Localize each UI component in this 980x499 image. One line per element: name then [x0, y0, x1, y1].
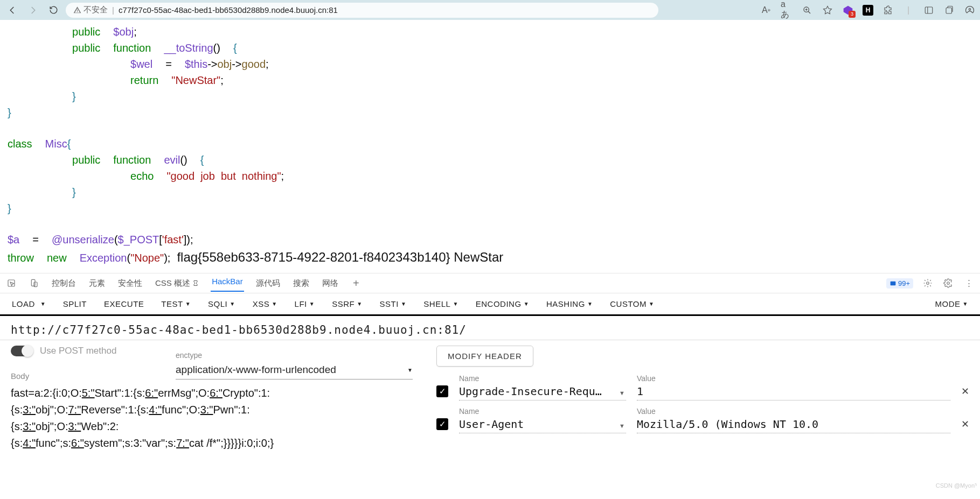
kw-return: return — [130, 74, 158, 86]
add-tab-icon[interactable]: + — [350, 277, 362, 290]
header-checkbox[interactable]: ✓ — [436, 385, 448, 397]
encoding-button[interactable]: ENCODING ▼ — [476, 299, 529, 308]
inspect-icon[interactable] — [5, 279, 17, 287]
use-post-toggle[interactable] — [11, 346, 32, 356]
brace-open: { — [233, 42, 237, 54]
header-name-field[interactable]: Name User-Agent ▼ — [459, 407, 626, 433]
forward-button[interactable] — [25, 2, 41, 18]
load-button[interactable]: LOAD — [12, 299, 35, 308]
hashing-button[interactable]: HASHING ▼ — [546, 299, 593, 308]
split-button[interactable]: SPLIT — [63, 299, 87, 308]
shell-button[interactable]: SHELL ▼ — [423, 299, 458, 308]
chevron-down-icon[interactable]: ▼ — [619, 390, 625, 396]
lfi-button[interactable]: LFI ▼ — [295, 299, 315, 308]
svg-rect-6 — [946, 8, 952, 13]
semicolon: ; — [220, 74, 224, 86]
shell-label: SHELL — [423, 299, 450, 308]
parens: () — [180, 154, 187, 166]
body-part: Pwn":1: — [213, 404, 249, 416]
semicolon: ; — [134, 26, 137, 38]
str-goodjob: "good job but nothing" — [166, 170, 281, 182]
extensions-icon[interactable] — [882, 4, 894, 16]
execute-button[interactable]: EXECUTE — [104, 299, 144, 308]
body-part: 3:" — [200, 404, 213, 416]
hackbar-url-input[interactable]: http://c77f27c0-55ac-48ac-bed1-bb6530d28… — [0, 316, 980, 340]
kw-function: function — [113, 42, 151, 54]
chevron-down-icon: ▼ — [649, 301, 654, 307]
translate-icon[interactable]: aあ — [781, 4, 793, 16]
close: ); — [164, 252, 170, 264]
reload-button[interactable] — [45, 2, 61, 18]
kw-public: public — [72, 26, 100, 38]
var-wel: $wel — [130, 58, 152, 70]
remove-header-icon[interactable]: ✕ — [961, 385, 969, 397]
chevron-down-icon: ▼ — [230, 301, 235, 307]
tab-console[interactable]: 控制台 — [51, 276, 77, 291]
performance-icon[interactable] — [964, 4, 976, 16]
tab-search[interactable]: 搜索 — [292, 276, 310, 291]
hackbar-toolbar: LOAD ▼ SPLIT EXECUTE TEST ▼ SQLI ▼ XSS ▼… — [0, 293, 980, 316]
header-checkbox[interactable]: ✓ — [436, 418, 448, 430]
collections-icon[interactable] — [943, 4, 955, 16]
header-value-field[interactable]: Value Mozilla/5.0 (Windows NT 10.0 — [637, 407, 950, 433]
body-part: {s: — [11, 420, 23, 432]
fn-tostring: __toString — [164, 42, 213, 54]
header-value-field[interactable]: Value 1 — [637, 374, 950, 400]
chevron-down-icon: ▼ — [453, 301, 458, 307]
favorite-icon[interactable] — [822, 4, 833, 16]
header-name-value: User-Agent — [459, 417, 626, 433]
svg-rect-9 — [31, 279, 35, 286]
tab-css[interactable]: CSS 概述 — [154, 276, 200, 291]
address-bar[interactable]: 不安全 | c77f27c0-55ac-48ac-bed1-bb6530d288… — [66, 3, 658, 18]
issues-badge[interactable]: 99+ — [886, 278, 913, 289]
modify-header-button[interactable]: MODIFY HEADER — [436, 346, 533, 367]
semicolon: ; — [281, 170, 284, 182]
extension-purple-icon[interactable]: 3 — [842, 4, 854, 16]
zoom-icon[interactable] — [801, 4, 813, 16]
header-name-field[interactable]: Name Upgrade-Insecure-Requ… ▼ — [459, 374, 626, 400]
tab-network[interactable]: 网络 — [321, 276, 339, 291]
sqli-button[interactable]: SQLI ▼ — [208, 299, 235, 308]
header-value-label: Value — [637, 374, 950, 383]
svg-rect-11 — [891, 281, 896, 285]
device-icon[interactable] — [28, 279, 40, 287]
tab-sources[interactable]: 源代码 — [255, 276, 281, 291]
chevron-down-icon: ▼ — [963, 301, 968, 307]
at: @ — [52, 234, 62, 245]
ssti-button[interactable]: SSTI ▼ — [380, 299, 407, 308]
tab-security[interactable]: 安全性 — [117, 276, 143, 291]
custom-label: CUSTOM — [610, 299, 647, 308]
enctype-label: enctype — [176, 351, 413, 360]
brace-close: } — [8, 202, 11, 214]
sidebar-icon[interactable] — [923, 4, 935, 16]
brace-close: } — [72, 90, 76, 102]
body-part: obj";O: — [36, 404, 68, 416]
xss-button[interactable]: XSS ▼ — [253, 299, 277, 308]
fn-evil: evil — [164, 154, 180, 166]
hackbar-ext-icon[interactable]: H — [863, 5, 873, 16]
body-part: Crypto":1: — [223, 387, 270, 399]
body-textarea[interactable]: fast=a:2:{i:0;O:5:"Start":1:{s:6:"errMsg… — [11, 385, 420, 452]
tab-elements[interactable]: 元素 — [88, 276, 106, 291]
devtools-settings-icon[interactable] — [922, 278, 934, 288]
text-size-icon[interactable]: A» — [760, 4, 772, 16]
back-button[interactable] — [4, 2, 20, 18]
enctype-select[interactable]: enctype application/x-www-form-urlencode… — [176, 351, 413, 379]
custom-button[interactable]: CUSTOM ▼ — [610, 299, 654, 308]
chevron-down-icon[interactable]: ▼ — [40, 301, 46, 307]
remove-header-icon[interactable]: ✕ — [961, 418, 969, 430]
use-post-label: Use POST method — [40, 346, 116, 356]
header-row: ✓ Name Upgrade-Insecure-Requ… ▼ Value 1 … — [436, 374, 969, 400]
xss-label: XSS — [253, 299, 270, 308]
body-part: 6:" — [71, 437, 84, 449]
chevron-down-icon: ▼ — [587, 301, 593, 307]
test-button[interactable]: TEST ▼ — [161, 299, 191, 308]
mode-button[interactable]: MODE ▼ — [935, 299, 968, 308]
devtools-gear-icon[interactable] — [942, 278, 954, 288]
hackbar-body-section: Use POST method Body fast=a:2:{i:0;O:5:"… — [0, 340, 980, 452]
parens: () — [213, 42, 220, 54]
chevron-down-icon[interactable]: ▼ — [619, 423, 625, 429]
devtools-menu-icon[interactable]: ⋮ — [963, 278, 975, 288]
ssrf-button[interactable]: SSRF ▼ — [332, 299, 362, 308]
tab-hackbar[interactable]: HackBar — [211, 275, 244, 292]
